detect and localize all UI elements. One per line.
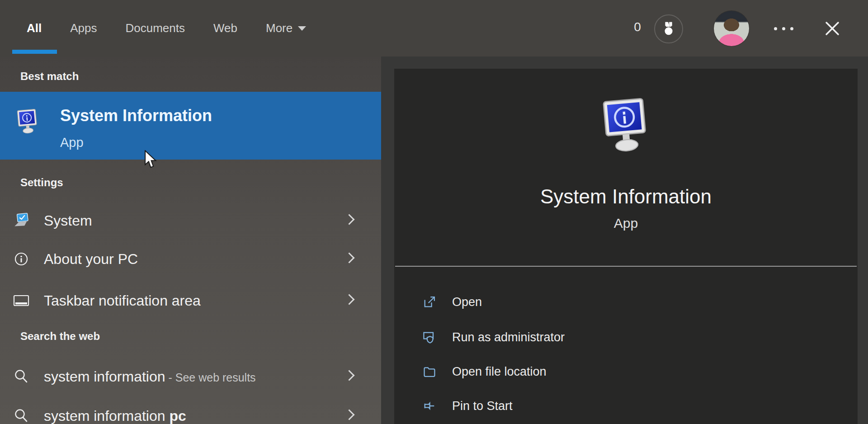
tab-web[interactable]: Web xyxy=(213,21,237,35)
result-web-search-see-web-results[interactable]: system information - See web results xyxy=(0,359,381,394)
result-settings-system[interactable]: System xyxy=(0,203,381,238)
rewards-points-count: 0 xyxy=(628,20,646,34)
web-query-text: system information xyxy=(44,368,165,385)
best-match-title: System Information xyxy=(60,106,212,125)
result-label: About your PC xyxy=(44,251,138,268)
system-laptop-icon xyxy=(13,212,30,229)
chevron-down-icon xyxy=(298,26,306,31)
action-label: Open file location xyxy=(452,365,547,379)
section-header-best-match: Best match xyxy=(20,70,79,83)
result-web-search-system-information-pc[interactable]: system information pc xyxy=(0,398,381,424)
preview-panel: System Information App Open Run as admin… xyxy=(394,69,858,424)
search-flyout: All Apps Documents Web More 0 xyxy=(0,0,868,424)
open-icon xyxy=(422,295,437,309)
tab-all[interactable]: All xyxy=(27,21,42,35)
best-match-result-system-information[interactable]: System Information App xyxy=(0,92,381,160)
action-run-as-administrator[interactable]: Run as administrator xyxy=(394,326,858,349)
chevron-right-icon xyxy=(344,409,354,420)
result-settings-taskbar-notification-area[interactable]: Taskbar notification area xyxy=(0,283,381,318)
active-tab-underline xyxy=(12,50,57,54)
system-information-app-icon xyxy=(15,107,39,137)
more-options-button[interactable] xyxy=(774,25,801,32)
action-label: Open xyxy=(452,295,482,309)
ellipsis-icon xyxy=(774,27,777,30)
chevron-right-icon xyxy=(344,214,354,225)
result-settings-about-your-pc[interactable]: About your PC xyxy=(0,241,381,277)
search-icon xyxy=(13,368,30,385)
result-label: Taskbar notification area xyxy=(44,292,201,309)
action-pin-to-start[interactable]: Pin to Start xyxy=(394,395,858,417)
file-location-icon xyxy=(422,364,437,379)
query-suffix-bold: pc xyxy=(165,408,186,424)
medal-icon xyxy=(660,20,677,38)
tab-more[interactable]: More xyxy=(266,21,306,35)
section-header-settings: Settings xyxy=(20,176,63,189)
action-label: Pin to Start xyxy=(452,399,513,413)
search-results-panel: Best match System Informat xyxy=(0,57,381,424)
action-open[interactable]: Open xyxy=(394,291,858,313)
action-label: Run as administrator xyxy=(452,330,565,344)
system-information-app-icon-large xyxy=(598,96,651,157)
tab-more-label: More xyxy=(266,21,292,35)
rewards-medal-button[interactable] xyxy=(654,14,683,43)
chevron-right-icon xyxy=(344,252,354,263)
best-match-subtitle: App xyxy=(60,135,84,150)
chevron-right-icon xyxy=(344,370,354,381)
mouse-cursor xyxy=(144,150,158,170)
run-as-admin-icon xyxy=(422,330,437,344)
divider xyxy=(395,266,857,267)
search-filter-tabbar: All Apps Documents Web More 0 xyxy=(0,0,868,57)
close-button[interactable] xyxy=(822,18,843,39)
preview-app-type: App xyxy=(394,216,858,231)
result-label: System xyxy=(44,212,92,229)
user-avatar[interactable] xyxy=(714,11,749,46)
web-query-text: system information xyxy=(44,408,165,424)
close-icon xyxy=(822,18,843,39)
tab-group: All Apps Documents Web More xyxy=(27,0,306,57)
section-header-search-the-web: Search the web xyxy=(20,330,100,343)
result-label: system information - See web results xyxy=(44,368,256,385)
action-open-file-location[interactable]: Open file location xyxy=(394,360,858,383)
preview-app-title: System Information xyxy=(394,185,858,208)
ellipsis-icon xyxy=(790,27,793,30)
tab-apps[interactable]: Apps xyxy=(70,21,97,35)
see-web-results-suffix: - See web results xyxy=(165,371,256,384)
result-label: system information pc xyxy=(44,408,186,424)
chevron-right-icon xyxy=(344,294,354,305)
ellipsis-icon xyxy=(782,27,785,30)
pin-icon xyxy=(422,399,437,413)
info-icon xyxy=(13,251,30,267)
taskbar-icon xyxy=(13,292,30,309)
search-icon xyxy=(13,408,30,424)
tab-documents[interactable]: Documents xyxy=(126,21,185,35)
